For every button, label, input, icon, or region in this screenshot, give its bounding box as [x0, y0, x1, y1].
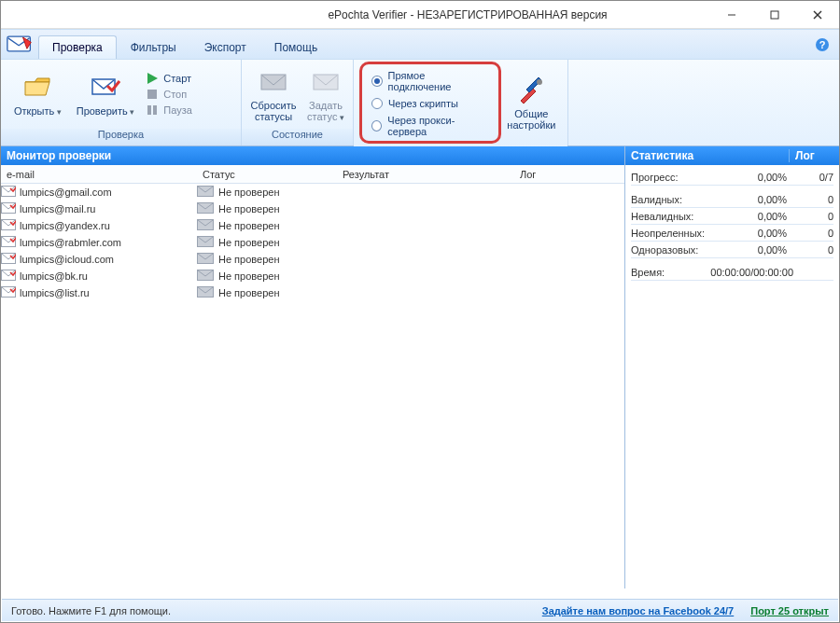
email-cell: lumpics@rabmler.com	[20, 237, 121, 248]
col-log[interactable]: Лог	[514, 169, 624, 180]
stat-undef: Неопреленных:0,00%0	[631, 225, 833, 242]
window-title: ePochta Verifier - НЕЗАРЕГИСТРИРОВАННАЯ …	[225, 8, 710, 21]
envelope-grey-icon	[311, 67, 341, 97]
envelope-grey-icon	[197, 286, 214, 299]
group-label-state: Состояние	[242, 129, 353, 145]
envelope-icon	[1, 186, 16, 199]
close-button[interactable]	[796, 1, 839, 29]
connection-radio-group: Прямое подключение Через скрипты Через п…	[364, 66, 497, 139]
svg-rect-9	[147, 90, 157, 99]
ribbon-tabs: Проверка Фильтры Экспорт Помощь ?	[1, 29, 839, 59]
start-button[interactable]: Старт	[146, 72, 192, 85]
table-row[interactable]: lumpics@yandex.ruНе проверен	[1, 217, 624, 234]
facebook-link[interactable]: Задайте нам вопрос на Facebook 24/7	[542, 605, 734, 616]
port-link[interactable]: Порт 25 открыт	[750, 605, 829, 616]
email-cell: lumpics@list.ru	[20, 287, 90, 298]
stats-pane: Статистика Лог Прогресс:0,00%0/7 Валидны…	[625, 146, 839, 588]
app-window: ePochta Verifier - НЕЗАРЕГИСТРИРОВАННАЯ …	[0, 0, 840, 623]
table-row[interactable]: lumpics@rabmler.comНе проверен	[1, 234, 624, 251]
svg-text:?: ?	[819, 39, 826, 50]
status-cell: Не проверен	[218, 203, 279, 215]
status-message: Готово. Нажмите F1 для помощи.	[11, 605, 525, 616]
table-row[interactable]: lumpics@mail.ruНе проверен	[1, 201, 624, 217]
ribbon: Открыть Проверить Старт Стоп	[1, 59, 839, 146]
col-result[interactable]: Результат	[337, 169, 514, 180]
email-cell: lumpics@bk.ru	[20, 270, 88, 282]
status-cell: Не проверен	[218, 237, 279, 248]
status-cell: Не проверен	[218, 270, 279, 282]
svg-point-14	[537, 79, 542, 85]
email-cell: lumpics@yandex.ru	[20, 220, 110, 231]
email-cell: lumpics@gmail.com	[20, 187, 112, 198]
col-status[interactable]: Статус	[197, 169, 337, 180]
help-icon[interactable]: ?	[815, 37, 830, 52]
status-cell: Не проверен	[218, 254, 279, 265]
general-settings-button[interactable]: Общиенастройки	[501, 74, 562, 132]
group-label-check: Проверка	[1, 129, 241, 145]
content-area: Монитор проверки e-mail Статус Результат…	[1, 146, 839, 588]
envelope-grey-icon	[197, 270, 214, 283]
envelope-icon	[1, 286, 16, 299]
set-status-button[interactable]: Задатьстатус	[300, 65, 352, 124]
envelope-grey-icon	[197, 236, 214, 249]
minimize-button[interactable]	[710, 1, 753, 29]
monitor-columns: e-mail Статус Результат Лог	[1, 165, 624, 184]
envelope-icon	[1, 270, 16, 283]
open-button[interactable]: Открыть	[7, 71, 69, 118]
radio-direct[interactable]: Прямое подключение	[371, 70, 487, 92]
stop-button[interactable]: Стоп	[146, 88, 192, 101]
connection-radio-group-highlight: Прямое подключение Через скрипты Через п…	[359, 62, 501, 144]
stats-header: Статистика Лог	[625, 146, 839, 165]
pause-icon	[146, 104, 159, 117]
envelope-icon	[1, 253, 16, 266]
svg-rect-12	[261, 75, 286, 90]
stat-progress: Прогресс:0,00%0/7	[631, 169, 833, 186]
envelope-check-icon	[91, 73, 120, 103]
col-email[interactable]: e-mail	[1, 169, 197, 180]
svg-rect-13	[314, 75, 338, 90]
tab-filters[interactable]: Фильтры	[117, 35, 190, 59]
email-cell: lumpics@mail.ru	[20, 203, 95, 215]
tools-icon	[516, 76, 546, 105]
svg-rect-1	[771, 11, 778, 19]
maximize-button[interactable]	[753, 1, 796, 29]
table-row[interactable]: lumpics@icloud.comНе проверен	[1, 251, 624, 268]
stat-time: Время:00:00:00/00:00:00	[631, 264, 833, 281]
radio-icon	[371, 120, 382, 132]
radio-icon	[371, 98, 383, 109]
radio-icon	[371, 76, 383, 87]
stat-valid: Валидных:0,00%0	[631, 191, 833, 208]
envelope-grey-icon	[197, 202, 214, 215]
svg-rect-11	[153, 105, 157, 115]
email-cell: lumpics@icloud.com	[20, 254, 114, 265]
tab-check[interactable]: Проверка	[38, 35, 117, 59]
radio-proxy[interactable]: Через прокси-сервера	[371, 115, 487, 137]
stop-icon	[146, 88, 159, 101]
tab-help[interactable]: Помощь	[260, 35, 331, 59]
monitor-header: Монитор проверки	[1, 146, 624, 165]
envelope-icon	[1, 219, 16, 232]
app-icon	[7, 33, 33, 55]
svg-marker-8	[147, 73, 158, 84]
monitor-pane: Монитор проверки e-mail Статус Результат…	[1, 146, 625, 588]
statusbar: Готово. Нажмите F1 для помощи. Задайте н…	[2, 599, 838, 621]
verify-button[interactable]: Проверить	[69, 71, 143, 118]
folder-open-icon	[22, 73, 52, 103]
table-row[interactable]: lumpics@list.ruНе проверен	[1, 284, 624, 301]
tab-export[interactable]: Экспорт	[190, 35, 260, 59]
status-cell: Не проверен	[218, 187, 279, 198]
envelope-grey-icon	[197, 253, 214, 266]
envelope-icon	[1, 236, 16, 249]
table-row[interactable]: lumpics@gmail.comНе проверен	[1, 184, 624, 201]
titlebar: ePochta Verifier - НЕЗАРЕГИСТРИРОВАННАЯ …	[1, 1, 839, 29]
radio-scripts[interactable]: Через скрипты	[371, 98, 487, 109]
envelope-grey-icon	[197, 186, 214, 199]
envelope-grey-icon	[197, 219, 214, 232]
reset-statuses-button[interactable]: Сброситьстатусы	[247, 65, 300, 124]
pause-button[interactable]: Пауза	[146, 104, 192, 117]
play-icon	[146, 72, 159, 85]
monitor-rows: lumpics@gmail.comНе проверенlumpics@mail…	[1, 184, 624, 588]
status-cell: Не проверен	[218, 287, 279, 298]
table-row[interactable]: lumpics@bk.ruНе проверен	[1, 268, 624, 284]
status-cell: Не проверен	[218, 220, 279, 231]
